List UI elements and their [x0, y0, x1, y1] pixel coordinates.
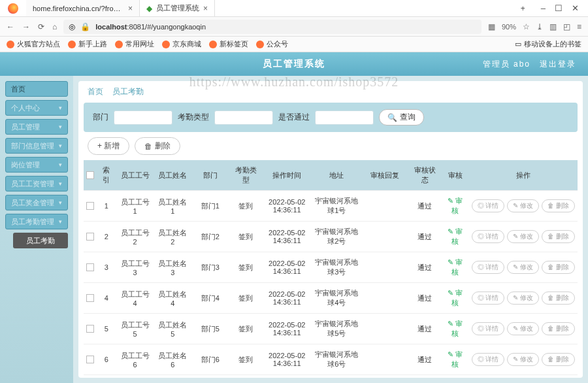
zoom-level[interactable]: 90%	[502, 23, 516, 31]
mobile-bookmarks[interactable]: ▭移动设备上的书签	[515, 39, 581, 49]
crumb-home[interactable]: 首页	[88, 86, 103, 97]
logout-link[interactable]: 退出登录	[540, 59, 576, 70]
row-delete-button[interactable]: 🗑 删除	[542, 291, 575, 305]
row-delete-button[interactable]: 🗑 删除	[542, 353, 575, 366]
detail-button[interactable]: ◎ 详情	[472, 322, 505, 335]
qr-icon[interactable]: ▦	[488, 22, 495, 31]
detail-button[interactable]: ◎ 详情	[472, 199, 505, 212]
audit-link[interactable]: ✎ 审核	[448, 258, 463, 276]
edit-button[interactable]: ✎ 修改	[507, 199, 539, 212]
column-header: 地址	[311, 160, 362, 191]
table-row: 1员工工号1员工姓名1部门1签到2022-05-0214:36:11宇宙银河系地…	[84, 191, 578, 222]
row-checkbox[interactable]	[86, 233, 94, 241]
filter-dept-input[interactable]	[114, 110, 172, 125]
chevron-down-icon: ▾	[59, 218, 62, 225]
sidebar-item[interactable]: 首页	[5, 81, 68, 97]
app-header: 员工管理系统 管理员 abo 退出登录	[0, 52, 588, 76]
column-header: 员工姓名	[154, 160, 191, 191]
table-row: 4员工工号4员工姓名4部门4签到2022-05-0214:36:11宇宙银河系地…	[84, 283, 578, 314]
row-delete-button[interactable]: 🗑 删除	[542, 199, 575, 212]
sidebar-item[interactable]: 员工管理▾	[5, 119, 68, 135]
filter-passed-input[interactable]	[315, 110, 374, 125]
bookmark-item[interactable]: 新标签页	[209, 39, 248, 49]
new-tab-button[interactable]: +	[514, 4, 532, 13]
row-checkbox[interactable]	[86, 202, 94, 210]
reload-icon[interactable]: ⟳	[38, 22, 44, 31]
detail-button[interactable]: ◎ 详情	[472, 291, 505, 305]
add-button[interactable]: + 新增	[88, 137, 129, 155]
sidebar-item[interactable]: 员工奖金管理▾	[5, 195, 68, 210]
row-delete-button[interactable]: 🗑 删除	[542, 322, 575, 335]
sidebar-sub-item[interactable]: 员工考勤	[13, 233, 68, 248]
row-checkbox[interactable]	[86, 356, 94, 363]
row-checkbox[interactable]	[86, 294, 94, 302]
bookmarks-bar: 火狐官方站点新手上路常用网址京东商城新标签页公众号 ▭移动设备上的书签	[0, 37, 588, 52]
home-icon[interactable]: ⌂	[52, 22, 57, 31]
edit-button[interactable]: ✎ 修改	[507, 291, 539, 305]
detail-button[interactable]: ◎ 详情	[472, 353, 505, 366]
bookmark-item[interactable]: 京东商城	[162, 39, 201, 49]
filter-type-input[interactable]	[214, 110, 273, 125]
table-row: 5员工工号5员工姓名5部门5签到2022-05-0214:36:11宇宙银河系地…	[84, 314, 578, 344]
bookmark-item[interactable]: 公众号	[256, 39, 288, 49]
row-checkbox[interactable]	[86, 325, 94, 333]
detail-button[interactable]: ◎ 详情	[472, 230, 505, 243]
row-delete-button[interactable]: 🗑 删除	[542, 230, 575, 243]
edit-button[interactable]: ✎ 修改	[507, 322, 539, 335]
sidebar-item[interactable]: 员工工资管理▾	[5, 176, 68, 192]
search-icon: 🔍	[387, 113, 397, 122]
audit-link[interactable]: ✎ 审核	[448, 289, 463, 307]
sidebar-item[interactable]: 个人中心▾	[5, 100, 68, 116]
chevron-down-icon: ▾	[59, 105, 62, 111]
tab-close-icon[interactable]: ×	[128, 4, 133, 13]
column-header: 操作	[469, 160, 578, 191]
table-row: 711张三部门名称3签到2022-05-0200:01:02北京市东城区交道口街…	[84, 375, 578, 378]
audit-link[interactable]: ✎ 审核	[448, 350, 463, 368]
window-controls: – ☐ ✕	[532, 3, 588, 13]
extensions-icon[interactable]: ◰	[563, 22, 570, 31]
edit-button[interactable]: ✎ 修改	[507, 353, 539, 366]
admin-label[interactable]: 管理员 abo	[483, 59, 531, 70]
back-icon[interactable]: ←	[7, 22, 14, 31]
bookmark-item[interactable]: 常用网址	[115, 39, 154, 49]
audit-link[interactable]: ✎ 审核	[448, 320, 463, 337]
filter-passed-label: 是否通过	[278, 112, 310, 123]
tab-close-icon[interactable]: ×	[203, 4, 208, 13]
menu-icon[interactable]: ≡	[577, 22, 581, 31]
star-icon[interactable]: ☆	[523, 22, 530, 31]
data-table: 索引员工工号员工姓名部门考勤类型操作时间地址审核回复审核状态审核操作 1员工工号…	[84, 160, 578, 378]
bookmark-icon	[162, 41, 170, 48]
library-icon[interactable]: ▥	[549, 22, 557, 31]
folder-icon: ▭	[515, 40, 521, 48]
maximize-icon[interactable]: ☐	[555, 3, 563, 13]
crumb-current[interactable]: 员工考勤	[112, 86, 144, 97]
row-delete-button[interactable]: 🗑 删除	[542, 261, 575, 274]
checkbox-all[interactable]	[86, 171, 94, 179]
edit-button[interactable]: ✎ 修改	[507, 261, 539, 274]
audit-link[interactable]: ✎ 审核	[448, 227, 463, 245]
url-input[interactable]: ◎ 🔒 localhost:8081/#/yuangongkaoqin	[63, 20, 482, 34]
bookmark-item[interactable]: 火狐官方站点	[7, 39, 60, 49]
sidebar-item[interactable]: 部门信息管理▾	[5, 138, 68, 154]
chevron-down-icon: ▾	[59, 124, 62, 130]
audit-link[interactable]: ✎ 审核	[448, 197, 463, 214]
query-button[interactable]: 🔍查询	[379, 109, 424, 125]
close-icon[interactable]: ✕	[572, 3, 579, 13]
column-header: 考勤类型	[229, 160, 263, 191]
table-row: 6员工工号6员工姓名6部门6签到2022-05-0214:36:11宇宙银河系地…	[84, 344, 578, 375]
bookmark-item[interactable]: 新手上路	[68, 39, 107, 49]
sidebar-item[interactable]: 岗位管理▾	[5, 157, 68, 173]
browser-tab[interactable]: home.firefoxchina.cn/?from=ext×	[26, 0, 140, 16]
download-icon[interactable]: ⤓	[536, 22, 543, 31]
breadcrumb: 首页 员工考勤	[78, 81, 583, 103]
row-checkbox[interactable]	[86, 263, 94, 271]
minimize-icon[interactable]: –	[541, 3, 546, 13]
sidebar-item[interactable]: 员工考勤管理▾	[5, 214, 68, 229]
browser-tab[interactable]: ◆员工管理系统×	[140, 0, 215, 16]
column-header: 部门	[191, 160, 229, 191]
delete-button[interactable]: 🗑删除	[135, 137, 180, 155]
edit-button[interactable]: ✎ 修改	[507, 230, 539, 243]
browser-tabs: home.firefoxchina.cn/?from=ext×◆员工管理系统×	[26, 0, 514, 16]
detail-button[interactable]: ◎ 详情	[472, 261, 505, 274]
forward-icon[interactable]: →	[22, 22, 30, 31]
